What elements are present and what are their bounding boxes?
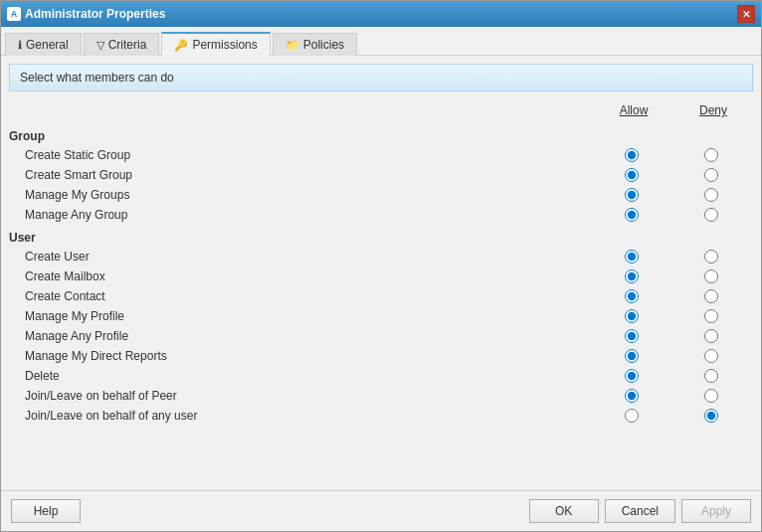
deny-cell [671,349,751,363]
deny-cell [671,329,751,343]
allow-radio[interactable] [625,309,639,323]
table-row: Manage Any Group [9,205,751,225]
deny-cell [671,309,751,323]
allow-cell [592,250,671,264]
general-icon: ℹ [18,39,22,52]
deny-cell [671,369,751,383]
footer: Help OK Cancel Apply [1,490,761,531]
allow-cell [592,349,671,363]
deny-cell [671,409,751,423]
allow-radio[interactable] [625,188,639,202]
section-header-text: Select what members can do [20,71,174,85]
allow-cell [592,168,671,182]
table-row: Join/Leave on behalf of Peer [9,386,751,406]
apply-button[interactable]: Apply [681,499,751,523]
perm-name: Join/Leave on behalf of Peer [9,389,592,403]
table-row: Manage My Profile [9,306,751,326]
table-row: Create Mailbox [9,266,751,286]
deny-radio[interactable] [704,188,718,202]
deny-cell [671,289,751,303]
deny-cell [671,148,751,162]
perm-name: Create User [9,250,592,264]
title-bar-left: A Administrator Properties [7,7,165,21]
tab-general-label: General [26,38,69,52]
allow-cell [592,269,671,283]
col-header-allow: Allow [594,103,673,117]
deny-radio[interactable] [704,289,718,303]
main-window: A Administrator Properties ✕ ℹ General ▽… [0,0,762,532]
allow-radio[interactable] [625,269,639,283]
deny-radio[interactable] [704,369,718,383]
section-header: Select what members can do [9,64,753,91]
perm-name: Manage Any Profile [9,329,592,343]
allow-cell [592,289,671,303]
group-label-user: User [9,225,751,247]
deny-radio[interactable] [704,409,718,423]
table-row: Create Smart Group [9,165,751,185]
cancel-button[interactable]: Cancel [605,499,675,523]
perm-name: Manage My Direct Reports [9,349,592,363]
deny-radio[interactable] [704,309,718,323]
allow-radio[interactable] [625,329,639,343]
table-row: Manage My Direct Reports [9,346,751,366]
perm-name: Create Static Group [9,148,592,162]
allow-cell [592,188,671,202]
allow-cell [592,309,671,323]
policies-icon: 📁 [286,39,299,52]
deny-cell [671,168,751,182]
allow-radio[interactable] [625,250,639,264]
deny-radio[interactable] [704,329,718,343]
tab-permissions[interactable]: 🔑 Permissions [161,32,270,56]
table-row: Create Static Group [9,145,751,165]
deny-radio[interactable] [704,269,718,283]
allow-radio[interactable] [625,168,639,182]
title-bar: A Administrator Properties ✕ [1,1,761,27]
perm-name: Create Mailbox [9,269,592,283]
deny-radio[interactable] [704,168,718,182]
tab-permissions-label: Permissions [192,38,257,52]
allow-radio[interactable] [625,409,639,423]
deny-radio[interactable] [704,349,718,363]
permissions-area: Group Create Static Group Create Smart G… [9,123,753,482]
table-row: Create User [9,247,751,266]
deny-radio[interactable] [704,389,718,403]
deny-radio[interactable] [704,148,718,162]
allow-cell [592,148,671,162]
deny-cell [671,188,751,202]
window-title: Administrator Properties [25,7,165,21]
column-headers: Allow Deny [9,99,753,121]
allow-radio[interactable] [625,369,639,383]
permissions-scroll[interactable]: Group Create Static Group Create Smart G… [9,123,753,482]
deny-cell [671,389,751,403]
tab-policies[interactable]: 📁 Policies [273,33,357,56]
perm-name: Manage Any Group [9,208,592,222]
perm-name: Manage My Profile [9,309,592,323]
help-button[interactable]: Help [11,499,81,523]
tab-criteria[interactable]: ▽ Criteria [84,33,160,56]
content-area: Select what members can do Allow Deny Gr… [1,56,761,490]
close-button[interactable]: ✕ [737,5,755,23]
window-icon: A [7,7,21,21]
ok-button[interactable]: OK [529,499,599,523]
table-row: Join/Leave on behalf of any user [9,406,751,426]
tab-policies-label: Policies [303,38,344,52]
tab-criteria-label: Criteria [108,38,147,52]
allow-radio[interactable] [625,349,639,363]
allow-radio[interactable] [625,208,639,222]
allow-cell [592,208,671,222]
table-row: Create Contact [9,286,751,306]
allow-radio[interactable] [625,389,639,403]
deny-radio[interactable] [704,250,718,264]
deny-cell [671,269,751,283]
allow-cell [592,389,671,403]
footer-right: OK Cancel Apply [529,499,751,523]
allow-radio[interactable] [625,289,639,303]
tab-general[interactable]: ℹ General [5,33,82,56]
criteria-icon: ▽ [96,39,104,52]
col-header-name [9,103,594,117]
col-header-deny: Deny [673,103,753,117]
allow-radio[interactable] [625,148,639,162]
deny-cell [671,208,751,222]
tab-bar: ℹ General ▽ Criteria 🔑 Permissions 📁 Pol… [1,27,761,56]
deny-radio[interactable] [704,208,718,222]
